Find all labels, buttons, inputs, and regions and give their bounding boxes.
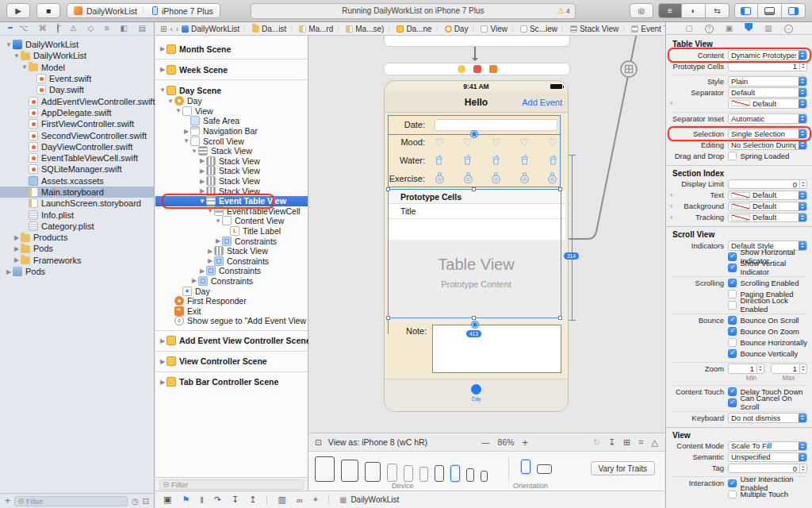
checkbox-bounce-on-zoom[interactable] <box>728 327 737 336</box>
heart-icon[interactable]: ♡ <box>519 137 529 148</box>
checkbox-user-interaction-enabled[interactable] <box>728 479 737 488</box>
disclosure-arrow[interactable]: ▶ <box>159 45 167 52</box>
disclosure-arrow[interactable]: ▶ <box>198 267 206 275</box>
outline-row-eventtableviewcell[interactable]: ▼EventTableViewCell <box>155 206 308 217</box>
file-row-info-plist[interactable]: Info.plist <box>0 209 154 220</box>
checkbox-delay-touch-down[interactable] <box>728 387 737 396</box>
disclosure-arrow[interactable]: ▼ <box>159 87 167 94</box>
attributes-inspector-icon[interactable] <box>745 23 753 34</box>
file-row-products[interactable]: ▶Products <box>0 232 154 243</box>
outline-row-exit[interactable]: Exit <box>155 306 308 316</box>
back-button[interactable]: ‹ <box>170 25 172 33</box>
outline-row-show-segue-to-add-event-view-c-[interactable]: Show segue to "Add Event View C... <box>155 316 308 326</box>
file-row-firstviewcontroller-swift[interactable]: FirstViewController.swift <box>0 118 154 129</box>
date-text-field[interactable] <box>435 119 557 131</box>
device-config-icon[interactable]: ⊡ <box>315 437 322 447</box>
disclosure-arrow[interactable]: ▼ <box>190 148 198 155</box>
size-inspector-icon[interactable]: ▥ <box>764 24 772 33</box>
select-selection[interactable]: Single Selection <box>728 129 807 139</box>
navigation-bar[interactable]: Hello Add Event <box>385 91 568 113</box>
outline-row-week-scene[interactable]: ▶Week Scene <box>155 64 308 75</box>
orientation-landscape[interactable] <box>537 464 552 474</box>
breadcrumb-item[interactable]: DailyWorkList <box>182 25 239 33</box>
disclosure-arrow[interactable]: ▶ <box>13 245 21 252</box>
navigator-filter-field[interactable]: Filter <box>14 496 128 506</box>
note-constraint-dot[interactable] <box>472 321 478 328</box>
checkbox-bounce-horizontally[interactable] <box>728 338 737 347</box>
source-control-navigator-icon[interactable]: ⌥ <box>19 25 29 33</box>
file-row-dailyworklist[interactable]: ▼DailyWorkList <box>0 39 154 50</box>
disclosure-arrow[interactable]: ▶ <box>13 234 21 241</box>
outline-row-month-scene[interactable]: ▶Month Scene <box>155 43 308 55</box>
checkbox-bounce-on-scroll[interactable] <box>728 316 737 325</box>
version-editor-button[interactable]: ⇆ <box>706 3 730 18</box>
scm-status-icon[interactable]: ⊡ <box>143 497 149 506</box>
tab-bar[interactable]: Day <box>385 379 568 411</box>
file-row-frameworks[interactable]: ▶Frameworks <box>0 255 154 266</box>
checkbox-bounce-vertically[interactable] <box>728 349 737 358</box>
note-text-view[interactable] <box>432 325 561 373</box>
select-background[interactable]: Default <box>728 202 807 212</box>
align-icon[interactable]: ⊞ <box>623 437 630 448</box>
checkbox-direction-lock-enabled[interactable] <box>728 301 737 310</box>
exercise-icon[interactable] <box>435 172 445 186</box>
file-row-category-plist[interactable]: Category.plist <box>0 221 154 232</box>
exercise-icon[interactable] <box>491 172 501 186</box>
interface-builder-canvas[interactable]: 9:41 AM Hello Add Event Date:Mood:♡♡♡♡♡W… <box>308 36 665 491</box>
select-editing[interactable]: No Selection During Editing <box>728 140 807 150</box>
display-limit-value[interactable]: 0 <box>728 179 800 190</box>
embed-in-stack-icon[interactable]: ↧ <box>608 437 615 448</box>
zoom-level[interactable]: 86% <box>498 437 515 447</box>
select-text[interactable]: Default <box>728 190 807 201</box>
prototype-cells-value[interactable]: 1 <box>728 61 800 71</box>
add-color-button[interactable]: + <box>669 191 673 199</box>
exercise-icon[interactable] <box>547 172 557 186</box>
outline-row-view-controller-scene[interactable]: ▶View Controller Scene <box>155 356 308 368</box>
step-into-icon[interactable]: ↧ <box>232 495 239 505</box>
orientation-portrait[interactable] <box>521 460 530 474</box>
add-button[interactable]: + <box>5 495 10 506</box>
file-inspector-icon[interactable]: ▢ <box>685 24 692 33</box>
step-over-icon[interactable]: ↷ <box>214 495 221 505</box>
checkbox-show-vertical-indicator[interactable] <box>728 264 737 272</box>
checkbox-paging-enabled[interactable] <box>728 290 737 298</box>
outline-row-view[interactable]: ▼View <box>155 106 308 117</box>
phone-device-icon[interactable] <box>387 464 397 482</box>
disclosure-arrow[interactable]: ▼ <box>21 64 29 71</box>
outline-row-tab-bar-controller-scene[interactable]: ▶Tab Bar Controller Scene <box>155 376 308 388</box>
breadcrumb-item[interactable]: Da...ne <box>396 25 431 33</box>
exit-dock-icon[interactable] <box>489 65 497 73</box>
selection-handle[interactable] <box>558 316 562 320</box>
issue-navigator-icon[interactable]: ⚠ <box>70 25 77 33</box>
outline-row-day[interactable]: ▼Day <box>155 96 308 106</box>
file-row-appdelegate-swift[interactable]: AppDelegate.swift <box>0 107 154 118</box>
zoom-max-stepper[interactable] <box>800 364 807 374</box>
debug-panel-button[interactable] <box>758 3 782 18</box>
step-out-icon[interactable]: ↥ <box>249 495 256 505</box>
circle-button[interactable]: ◎ <box>630 3 653 18</box>
prototype-cells-stepper[interactable] <box>800 61 807 71</box>
outline-row-day[interactable]: Day <box>155 286 308 296</box>
select-tracking[interactable]: Default <box>728 213 807 223</box>
breadcrumb-item[interactable]: Stack View <box>570 25 619 33</box>
disclosure-arrow[interactable]: ▶ <box>198 167 206 175</box>
checkbox-scrolling-enabled[interactable] <box>728 279 737 287</box>
disclosure-arrow[interactable]: ▼ <box>174 107 182 114</box>
select-separator-inset[interactable]: Automatic <box>728 114 807 124</box>
form-stack-view[interactable]: Date:Mood:♡♡♡♡♡Water:Exercise: <box>387 113 565 190</box>
first-responder-dock-icon[interactable] <box>473 65 481 73</box>
outline-row-event-table-view[interactable]: ▼Event Table View <box>155 196 308 206</box>
file-row-eventtableviewcell-swift[interactable]: EventTableViewCell.swift <box>0 152 154 164</box>
prototype-cell-title[interactable]: Title <box>387 204 565 219</box>
outline-row-stack-view[interactable]: ▶Stack View <box>155 246 308 256</box>
outline-row-stack-view[interactable]: ▶Stack View <box>155 156 308 167</box>
warning-badge[interactable]: ⚠ 4 <box>557 7 570 15</box>
disclosure-arrow[interactable]: ▶ <box>159 337 167 344</box>
outline-row-stack-view[interactable]: ▶Stack View <box>155 166 308 176</box>
zoom-min-value[interactable]: 1 <box>728 364 757 374</box>
run-button[interactable]: ▶ <box>6 3 30 18</box>
update-frames-icon[interactable]: ↻ <box>593 437 600 448</box>
phone-device-icon-selected[interactable] <box>450 465 460 482</box>
breadcrumb-item[interactable]: Da...ist <box>252 25 286 33</box>
water-cup-icon[interactable] <box>492 154 500 167</box>
